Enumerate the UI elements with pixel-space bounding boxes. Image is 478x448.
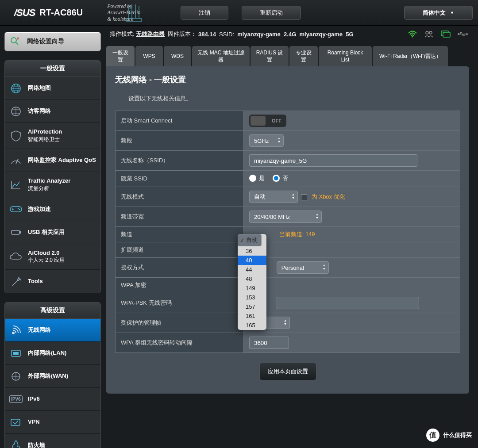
model-name: RT-AC86U (39, 8, 83, 18)
channel-option[interactable]: 149 (238, 283, 266, 293)
hide-ssid-no[interactable]: 否 (273, 174, 288, 182)
channel-option[interactable]: 165 (238, 321, 266, 330)
sidebar-item-traffic[interactable]: Traffic Analyzer流量分析 (5, 172, 100, 198)
smart-connect-toggle[interactable]: OFF (249, 115, 286, 127)
band-label: 频段 (116, 131, 244, 151)
channel-option[interactable]: 157 (238, 302, 266, 311)
xbox-checkbox[interactable] (301, 194, 307, 200)
tab-radar[interactable]: Wi-Fi Radar（Wi-Fi雷达） (373, 46, 448, 67)
hide-ssid-yes[interactable]: 是 (249, 174, 265, 182)
tab-radius[interactable]: RADIUS 设置 (251, 46, 289, 67)
sidebar-item-network-map[interactable]: 网络地图 (5, 77, 100, 100)
tab-roaming[interactable]: Roaming Block List (319, 46, 372, 67)
channel-option[interactable]: 44 (238, 265, 266, 274)
op-mode-link[interactable]: 无线路由器 (136, 30, 165, 38)
tab-wps[interactable]: WPS (135, 46, 163, 67)
svg-point-5 (458, 33, 459, 35)
fw-link[interactable]: 384.14 (198, 31, 216, 38)
sidebar-item-tools[interactable]: Tools (5, 270, 100, 293)
apply-button[interactable]: 应用本页面设置 (259, 363, 316, 380)
sidebar-item-qos[interactable]: 网络监控家 Adaptive QoS (5, 149, 100, 172)
menu-advanced-title: 高级设置 (5, 302, 100, 319)
channel-option[interactable]: 161 (238, 311, 266, 321)
chart-icon (9, 179, 23, 191)
svg-point-0 (412, 36, 413, 38)
svg-rect-4 (443, 32, 450, 37)
band-select[interactable]: 5GHz▲▼ (249, 134, 284, 147)
svg-rect-13 (12, 230, 19, 234)
sidebar-item-usb[interactable]: USB 相关应用 (5, 221, 100, 244)
bw-select[interactable]: 20/40/80 MHz▲▼ (249, 211, 322, 223)
channel-option[interactable]: 40 (238, 256, 266, 265)
asus-logo: /SUS (14, 7, 35, 19)
channel-dropdown[interactable]: 自动36404448149153157161165 (238, 234, 266, 330)
pmf-label: 受保护的管理帧 (116, 313, 244, 333)
sidebar-item-game[interactable]: 游戏加速 (5, 198, 100, 221)
tab-mac-filter[interactable]: 无线 MAC 地址过滤器 (192, 46, 250, 67)
svg-point-15 (12, 332, 15, 334)
gamepad-icon (9, 203, 23, 215)
rekey-label: WPA 群组无线密码转动间隔 (116, 333, 244, 353)
svg-point-12 (19, 209, 20, 211)
mode-select[interactable]: 自动▲▼ (249, 191, 298, 203)
ssid5-link[interactable]: miyanzqy-game_5G (300, 31, 354, 38)
users-icon[interactable] (424, 31, 434, 38)
watermark-badge: 值 (426, 429, 439, 442)
channel-option[interactable]: 36 (238, 246, 266, 256)
usb-app-icon (9, 226, 23, 238)
channel-label: 频道 (116, 227, 244, 242)
content-panel: 无线网络 - 一般设置 设置以下无线相关信息。 启动 Smart Connect… (106, 66, 469, 394)
globe-icon (9, 83, 23, 94)
svg-point-1 (426, 31, 428, 34)
tab-pro[interactable]: 专业设置 (289, 46, 318, 67)
channel-option[interactable]: 153 (238, 293, 266, 302)
ssid-label: 无线名称（SSID） (116, 151, 244, 171)
wrench-icon (9, 276, 23, 287)
tab-wds[interactable]: WDS (164, 46, 191, 67)
sidebar-item-guest[interactable]: 访客网络 (5, 100, 100, 123)
psk-label: WPA-PSK 无线密码 (116, 293, 244, 313)
logout-button[interactable]: 注销 (181, 6, 228, 20)
bw-label: 频道带宽 (116, 207, 244, 227)
tab-general[interactable]: 一般设置 (106, 46, 135, 67)
rekey-input[interactable] (249, 337, 289, 349)
settings-table: 启动 Smart Connect OFF 频段 5GHz▲▼ 无线名称（SSID… (115, 111, 460, 353)
language-select[interactable]: 简体中文 ▼ (404, 6, 473, 20)
channel-option[interactable]: 48 (238, 274, 266, 283)
sidebar: 网络设置向导 一般设置 网络地图 访客网络 AiProtection智能网络卫士… (4, 32, 101, 448)
sidebar-item-lan[interactable]: 内部网络(LAN) (5, 342, 100, 365)
page-title: 无线网络 - 一般设置 (115, 74, 460, 85)
sidebar-item-aiprotection[interactable]: AiProtection智能网络卫士 (5, 123, 100, 149)
channel-option[interactable]: 自动 (238, 234, 262, 246)
wizard-button[interactable]: 网络设置向导 (4, 32, 101, 51)
fire-icon (9, 440, 23, 448)
menu-general: 一般设置 网络地图 访客网络 AiProtection智能网络卫士 网络监控家 … (4, 60, 101, 293)
sidebar-item-wan[interactable]: 外部网络(WAN) (5, 365, 100, 388)
router-icon (124, 4, 144, 22)
display-icon[interactable] (441, 31, 451, 38)
svg-rect-17 (13, 352, 19, 355)
reboot-button[interactable]: 重新启动 (242, 6, 301, 20)
tabs: 一般设置 WPS WDS 无线 MAC 地址过滤器 RADIUS 设置 专业设置… (106, 46, 448, 67)
sidebar-item-vpn[interactable]: VPN (5, 411, 100, 434)
wpa-enc-label: WPA 加密 (116, 278, 244, 293)
sidebar-item-aicloud[interactable]: AiCloud 2.0个人云 2.0 应用 (5, 244, 100, 270)
psk-input[interactable] (277, 297, 419, 309)
usb-icon[interactable] (458, 31, 468, 37)
menu-general-title: 一般设置 (5, 61, 100, 77)
wizard-icon (9, 36, 23, 47)
ssid-input[interactable] (249, 154, 417, 167)
ssid24-link[interactable]: miyanzqy-game_2.4G (237, 31, 296, 38)
vpn-icon (9, 417, 23, 428)
shield-icon (9, 130, 23, 142)
sidebar-item-wireless[interactable]: 无线网络 (5, 319, 100, 342)
lan-icon (9, 348, 23, 359)
sidebar-item-ipv6[interactable]: IPV6 IPv6 (5, 388, 100, 411)
sidebar-item-firewall[interactable]: 防火墙 (5, 434, 100, 448)
gauge-icon (9, 154, 23, 166)
auth-select[interactable]: Personal▲▼ (277, 261, 329, 274)
cloud-icon (9, 251, 23, 262)
wifi-icon[interactable] (408, 31, 417, 38)
page-desc: 设置以下无线相关信息。 (128, 95, 460, 103)
mode-label: 无线模式 (116, 187, 244, 207)
